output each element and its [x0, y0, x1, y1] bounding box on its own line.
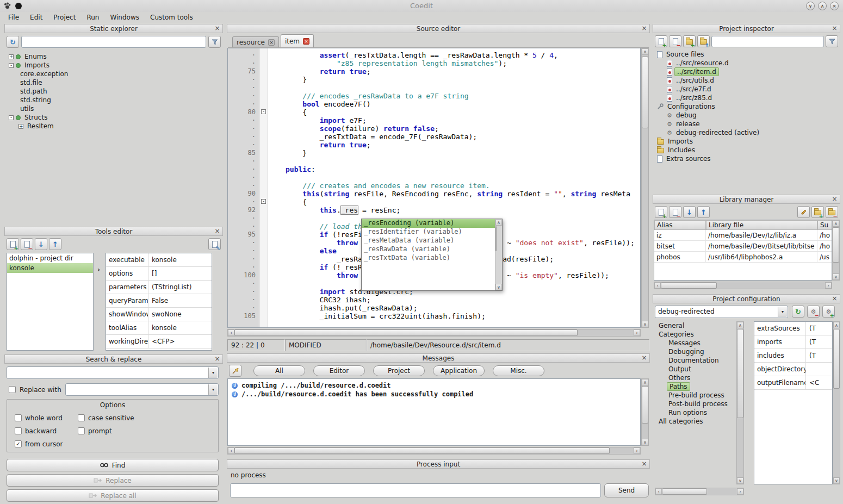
dropdown-arrow-icon[interactable]: ▾ — [208, 384, 218, 395]
remove-configuration-button[interactable]: ⚙− — [807, 306, 820, 318]
edit-library-button[interactable] — [797, 206, 810, 218]
checkbox-icon[interactable]: ✓ — [15, 440, 22, 447]
menu-file[interactable]: File — [3, 13, 24, 22]
fold-marker-icon[interactable]: - — [261, 199, 266, 204]
messages-vertical-scrollbar[interactable]: ∧ ∨ — [641, 378, 649, 446]
category-item[interactable]: Run options — [655, 408, 735, 417]
project-configuration-header[interactable]: Project configuration × — [653, 294, 840, 303]
project-inspector-item[interactable]: ../src/item.d — [655, 67, 838, 76]
menu-project[interactable]: Project — [48, 13, 80, 22]
scroll-right-icon[interactable]: › — [634, 447, 640, 454]
expander-icon[interactable]: - — [9, 63, 14, 68]
close-panel-icon[interactable]: × — [213, 227, 221, 235]
static-explorer-header[interactable]: Static explorer × — [4, 24, 223, 33]
close-panel-icon[interactable]: × — [640, 460, 648, 468]
inspector-filter-button[interactable] — [826, 35, 838, 47]
tab-item[interactable]: item × — [281, 34, 314, 47]
option-case-sensitive[interactable]: case sensitive — [78, 414, 215, 422]
scroll-down-icon[interactable]: ∨ — [833, 477, 840, 484]
close-button[interactable]: × — [830, 2, 839, 10]
edit-tool-button[interactable]: ✎ — [208, 238, 221, 250]
tools-list[interactable]: dolphin - project dirkonsole — [7, 253, 94, 351]
checkbox-icon[interactable] — [15, 414, 22, 421]
scroll-up-icon[interactable]: ∧ — [737, 322, 743, 328]
remove-library-button[interactable]: − — [669, 206, 681, 218]
category-item[interactable]: Messages — [655, 339, 735, 347]
menu-run[interactable]: Run — [82, 13, 104, 22]
library-row[interactable]: iz/home/basile/Dev/Iz/lib/iz.a/ho — [654, 230, 832, 241]
property-row[interactable]: extraSources(T — [754, 322, 832, 335]
tab-resource[interactable]: resource × — [232, 36, 279, 47]
static-explorer-item[interactable]: utils — [7, 104, 221, 113]
scroll-down-icon[interactable]: ∨ — [642, 321, 648, 327]
project-inspector-item[interactable]: ⚙release — [655, 120, 838, 128]
maximize-button[interactable]: ∧ — [818, 2, 827, 10]
move-library-up-button[interactable]: ↑ — [697, 206, 710, 218]
property-row[interactable]: objectDirectory — [754, 363, 832, 376]
scroll-left-icon[interactable]: ‹ — [655, 488, 662, 495]
library-row[interactable]: bitset/home/basile/Dev/Bitset/lib/bitse/… — [654, 241, 832, 252]
popup-scrollbar[interactable]: ∧ ∨ — [495, 219, 502, 290]
checkbox-icon[interactable] — [15, 427, 22, 434]
property-row[interactable]: toolAliaskonsole — [106, 321, 212, 335]
column-header-alias[interactable]: Alias — [654, 220, 706, 230]
menu-edit[interactable]: Edit — [25, 13, 47, 22]
completion-item[interactable]: _resEncoding (variable) — [362, 219, 495, 228]
static-explorer-item[interactable]: std.path — [7, 87, 221, 96]
category-item[interactable]: Documentation — [655, 356, 735, 365]
scroll-left-icon[interactable]: ‹ — [228, 329, 234, 336]
close-panel-icon[interactable]: × — [830, 295, 839, 303]
category-item[interactable]: Categories — [655, 330, 735, 339]
property-row[interactable]: imports(T — [754, 335, 832, 349]
library-from-folder-button[interactable]: + — [811, 206, 824, 218]
dropdown-arrow-icon[interactable]: ▾ — [778, 307, 787, 317]
source-editor-header[interactable]: Source editor × — [227, 24, 650, 33]
replace-button[interactable]: Replace — [7, 474, 219, 487]
column-header-library-file[interactable]: Library file — [706, 220, 817, 230]
filter-project[interactable]: Project — [373, 365, 425, 376]
static-explorer-item[interactable]: core.exception — [7, 70, 221, 78]
scroll-up-icon[interactable]: ∧ — [833, 220, 839, 227]
option-backward[interactable]: backward — [15, 427, 78, 435]
editor-vertical-scrollbar[interactable]: ∧ ∨ — [641, 48, 649, 328]
checkbox-icon[interactable] — [78, 427, 85, 434]
clear-messages-button[interactable] — [229, 365, 241, 377]
project-inspector-header[interactable]: Project inspector × — [653, 24, 840, 33]
static-explorer-item[interactable]: -Structs — [7, 113, 221, 122]
static-explorer-item[interactable]: -Imports — [7, 61, 221, 70]
fold-marker-icon[interactable]: - — [261, 109, 266, 114]
category-item[interactable]: General — [655, 321, 735, 330]
open-folder-button[interactable]: ↑ — [697, 35, 710, 47]
scroll-left-icon[interactable]: ‹ — [228, 447, 234, 454]
property-row[interactable]: queryParamFalse — [106, 294, 212, 308]
refresh-button[interactable]: ↻ — [7, 36, 19, 48]
categories-horizontal-scrollbar[interactable]: ‹ › — [655, 488, 744, 495]
messages-horizontal-scrollbar[interactable]: ‹ › — [227, 447, 641, 455]
menu-windows[interactable]: Windows — [105, 13, 144, 22]
static-explorer-item[interactable]: +ResItem — [7, 122, 221, 130]
replace-with-checkbox[interactable] — [9, 386, 16, 393]
close-tab-icon[interactable]: × — [268, 39, 275, 46]
filter-editor[interactable]: Editor — [313, 365, 365, 376]
process-input-header[interactable]: Process input × — [227, 459, 650, 469]
close-panel-icon[interactable]: × — [830, 195, 839, 203]
tool-item[interactable]: konsole — [7, 263, 93, 273]
sync-configurations-button[interactable]: ↻ — [792, 306, 804, 318]
expander-icon[interactable]: + — [9, 54, 14, 59]
scroll-up-icon[interactable]: ∧ — [495, 219, 502, 226]
library-remove-folder-button[interactable]: − — [826, 206, 838, 218]
library-row[interactable]: phobos/usr/lib64/libphobos2.a/us — [654, 252, 832, 263]
tools-editor-header[interactable]: Tools editor × — [4, 227, 223, 236]
configuration-vertical-scrollbar[interactable]: ∧ ∨ — [833, 321, 840, 484]
filter-application[interactable]: Application — [433, 365, 485, 376]
property-row[interactable]: parameters(TStringList) — [106, 281, 212, 294]
add-tool-button[interactable]: + — [7, 238, 19, 250]
category-item[interactable]: Debugging — [655, 347, 735, 356]
tool-item[interactable]: dolphin - project dir — [7, 253, 93, 263]
completion-item[interactable]: _resRawData (variable) — [362, 245, 495, 254]
category-item[interactable]: Post-build process — [655, 400, 735, 408]
property-row[interactable]: outputFilename<C — [754, 376, 832, 390]
find-button[interactable]: Find — [7, 459, 219, 471]
scroll-right-icon[interactable]: › — [634, 329, 640, 336]
option-prompt[interactable]: prompt — [78, 427, 215, 435]
